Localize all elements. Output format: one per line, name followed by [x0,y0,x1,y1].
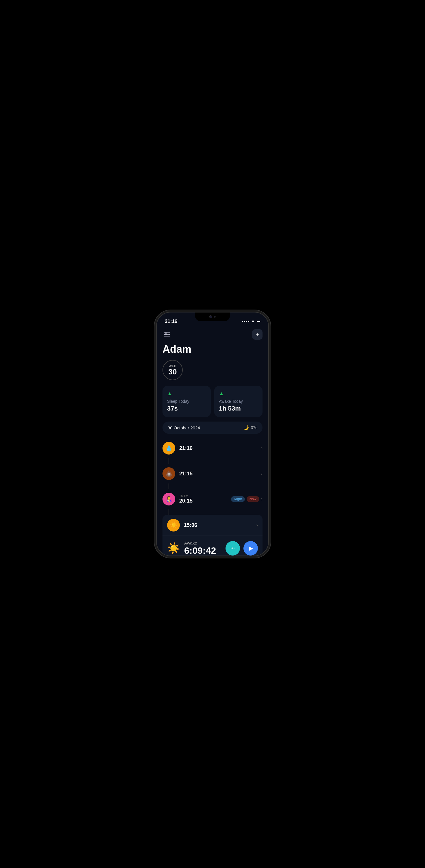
date-bar[interactable]: 30 October 2024 🌙 37s [162,422,263,434]
poop-time: 21:15 [179,471,261,477]
nursing-emoji-icon: 🤱 [165,496,173,503]
phone-frame: 21:16 ▼ + Adam [156,312,269,556]
main-content: + Adam WED 30 ▲ Sleep Today 37s ▲ Awake … [157,327,268,556]
right-tag: Right [231,496,245,502]
sleep-trend-icon: ▲ [167,391,206,397]
nursing-content: 1h 1m 20:15 [179,494,231,504]
date-bar-sleep: 🌙 37s [243,425,257,430]
filter-button[interactable] [162,331,171,338]
status-icons: ▼ [242,319,260,324]
awake-stat-value: 1h 53m [219,405,258,412]
water-right: › [261,445,263,451]
toolbar: + [162,327,263,343]
sleep-stat-label: Sleep Today [167,399,206,404]
big-sun-icon: ☀️ [167,542,180,554]
wifi-icon: ▼ [251,319,255,324]
nursing-right: Right Now › [231,496,263,502]
nursing-time: 20:15 [179,498,231,504]
nursing-duration: 1h 1m [179,494,231,498]
notch [195,312,230,321]
date-bar-label: 30 October 2024 [168,425,200,430]
poop-icon: 💩 [162,467,175,480]
camera-dot [209,315,212,318]
sun-icon: ☀️ [170,521,177,529]
sun-card[interactable]: ☀️ 15:06 › ☀️ Awake 6:09:42 [162,515,263,556]
water-content: 21:16 [179,445,261,452]
add-button[interactable]: + [252,329,263,340]
play-button[interactable]: ▶ [243,541,258,556]
timeline-item-nursing[interactable]: 🤱 1h 1m 20:15 Right Now › [162,489,263,509]
sleep-stat-card[interactable]: ▲ Sleep Today 37s [162,386,211,417]
awake-row: ☀️ Awake 6:09:42 ••• ▶ [167,540,258,556]
water-chevron: › [261,445,263,451]
now-tag: Now [247,496,259,502]
timeline-item-water[interactable]: 💧 21:16 › [162,438,263,458]
sleep-stat-value: 37s [167,405,206,412]
poop-chevron: › [261,471,263,476]
sun-chevron: › [256,523,258,528]
signal-dots [242,321,249,322]
awake-stat-card[interactable]: ▲ Awake Today 1h 53m [214,386,263,417]
connector-1 [169,458,169,464]
awake-timer-info: Awake 6:09:42 [184,540,226,556]
water-icon: 💧 [162,442,175,455]
status-time: 21:16 [165,318,177,324]
date-number: 30 [169,368,177,376]
date-sleep-duration: 37s [251,425,257,430]
water-time: 21:16 [179,445,261,452]
awake-timer: 6:09:42 [184,546,226,556]
date-day-label: WED [169,364,176,368]
timeline: 💧 21:16 › 💩 21:15 › [162,438,263,556]
awake-card-body: ☀️ Awake 6:09:42 ••• ▶ [162,536,263,556]
play-icon: ▶ [249,545,253,552]
awake-controls: ••• ▶ [226,541,258,556]
moon-zzz-icon: 🌙 [243,425,249,430]
dots-icon: ••• [230,546,235,550]
poop-right: › [261,471,263,476]
stats-row: ▲ Sleep Today 37s ▲ Awake Today 1h 53m [162,386,263,417]
sensor-dot [214,316,216,318]
sun-card-icon: ☀️ [167,519,180,531]
nursing-chevron: › [261,496,263,502]
sun-time: 15:06 [184,522,256,528]
timeline-item-poop[interactable]: 💩 21:15 › [162,464,263,484]
connector-2 [169,484,169,489]
connector-3 [169,509,169,515]
poop-emoji-icon: 💩 [165,470,173,477]
sun-card-header[interactable]: ☀️ 15:06 › [162,515,263,536]
nursing-icon: 🤱 [162,493,175,505]
water-drop-icon: 💧 [165,445,173,452]
awake-label: Awake [184,540,226,546]
battery-icon [257,321,260,322]
more-button[interactable]: ••• [226,541,240,556]
awake-stat-label: Awake Today [219,399,258,404]
awake-trend-icon: ▲ [219,391,258,397]
user-name: Adam [162,343,263,355]
poop-content: 21:15 [179,471,261,477]
date-circle: WED 30 [162,360,183,380]
